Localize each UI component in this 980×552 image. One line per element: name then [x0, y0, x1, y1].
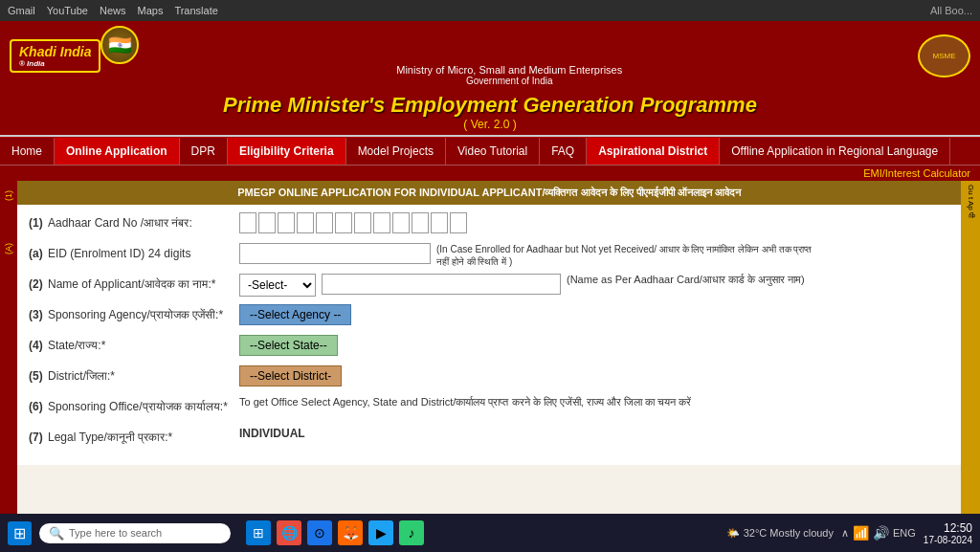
row-num-1: (1)	[29, 212, 48, 230]
aadhaar-box-5[interactable]	[316, 212, 333, 233]
aadhaar-box-1[interactable]	[239, 212, 256, 233]
form-main: PMEGP ONLINE APPLICATION FOR INDIVIDUAL …	[17, 181, 961, 514]
row-num-5: (5)	[29, 365, 48, 383]
start-button[interactable]: ⊞	[8, 521, 32, 545]
site-title-bar: Prime Minister's Employment Generation P…	[0, 91, 980, 137]
site-wrapper: Khadi India ® India 🇮🇳 Ministry of Micro…	[0, 21, 980, 514]
district-row: (5) District/जिला:* --Select District-	[29, 365, 949, 390]
taskbar: ⊞ 🔍 Type here to search ⊞ 🌐 ⊙ 🦊 ▶ ♪ 🌤️ 3…	[0, 514, 980, 552]
nav-offline-application[interactable]: Offline Application in Regional Language	[720, 138, 950, 165]
agency-row: (3) Sponsoring Agency/प्रायोजक एजेंसी:* …	[29, 304, 949, 329]
aadhaar-box-8[interactable]	[373, 212, 390, 233]
right-panel: Gu t Ap पी	[961, 181, 980, 514]
ministry-line2: Government of India	[100, 76, 918, 86]
right-text-3: Ap	[967, 201, 975, 210]
clock-date: 17-08-2024	[924, 535, 972, 545]
weather-info: 🌤️ 32°C Mostly cloudy	[726, 527, 834, 540]
eid-label: EID (Enrolment ID) 24 digits	[48, 243, 239, 260]
form-title: PMEGP ONLINE APPLICATION FOR INDIVIDUAL …	[17, 181, 961, 205]
office-label: Sponsoring Office/प्रायोजक कार्यालय:*	[48, 396, 239, 413]
system-tray: ∧ 📶 🔊 ENG	[841, 525, 916, 541]
name-select[interactable]: -Select-	[239, 274, 316, 297]
aadhaar-box-9[interactable]	[392, 212, 410, 233]
aadhaar-box-2[interactable]	[258, 212, 276, 233]
taskbar-edge-icon[interactable]: 🌐	[277, 520, 301, 545]
legal-row: (7) Legal Type/कानूनी प्रकार:* INDIVIDUA…	[29, 427, 949, 452]
ministry-line1: Ministry of Micro, Small and Medium Ente…	[100, 64, 918, 76]
state-control: --Select State--	[239, 335, 949, 356]
form-area: (1) (A) PMEGP ONLINE APPLICATION FOR IND…	[0, 181, 980, 514]
site-header: Khadi India ® India 🇮🇳 Ministry of Micro…	[0, 21, 980, 91]
name-control: -Select- (Name as Per Aadhaar Card/आधार …	[239, 274, 949, 297]
form-content: (1) Aadhaar Card No /आधार नंबर:	[17, 205, 961, 465]
office-control: To get Office Select Agency, State and D…	[239, 396, 949, 408]
browser-tab-maps[interactable]: Maps	[137, 5, 163, 16]
taskbar-search-box[interactable]: 🔍 Type here to search	[39, 523, 231, 543]
aadhaar-box-11[interactable]	[431, 212, 448, 233]
row-num-7: (7)	[29, 427, 48, 444]
emi-bar[interactable]: EMI/Interest Calculator	[0, 165, 980, 181]
nav-faq[interactable]: FAQ	[540, 138, 587, 165]
taskbar-windows-icon[interactable]: ⊞	[246, 520, 271, 545]
browser-tab-news[interactable]: News	[100, 5, 126, 16]
all-bookmarks[interactable]: All Boo...	[930, 5, 972, 16]
taskbar-right: 🌤️ 32°C Mostly cloudy ∧ 📶 🔊 ENG 12:50 17…	[726, 521, 972, 545]
nav-eligibility[interactable]: Eligibility Criteria	[228, 138, 346, 165]
network-icon: 📶	[853, 525, 869, 541]
row-num-2: (2)	[29, 274, 48, 291]
nav-aspirational-district[interactable]: Aspirational District	[587, 138, 720, 165]
agency-control: --Select Agency --	[239, 304, 949, 325]
right-text-4: पी	[966, 212, 975, 218]
nav-online-application[interactable]: Online Application	[55, 138, 180, 165]
browser-tab-youtube[interactable]: YouTube	[47, 5, 88, 16]
clock-time: 12:50	[924, 521, 972, 535]
office-row: (6) Sponsoring Office/प्रायोजक कार्यालय:…	[29, 396, 949, 421]
header-center: 🇮🇳 Ministry of Micro, Small and Medium E…	[100, 26, 918, 86]
side-label-1: (1)	[4, 190, 13, 201]
taskbar-firefox-icon[interactable]: 🦊	[338, 520, 363, 545]
name-label: Name of Applicant/आवेदक का नाम:*	[48, 274, 239, 291]
browser-bar: Gmail YouTube News Maps Translate All Bo…	[0, 0, 980, 21]
state-row: (4) State/राज्य:* --Select State--	[29, 335, 949, 360]
aadhaar-box-4[interactable]	[297, 212, 314, 233]
nav-dpr[interactable]: DPR	[180, 138, 228, 165]
volume-icon: 🔊	[873, 525, 889, 541]
name-row: (2) Name of Applicant/आवेदक का नाम:* -Se…	[29, 274, 949, 298]
right-logo: MSME	[918, 34, 970, 77]
browser-tab-gmail[interactable]: Gmail	[8, 5, 35, 16]
aadhaar-box-10[interactable]	[412, 212, 429, 233]
select-agency-button[interactable]: --Select Agency --	[239, 304, 351, 325]
aadhaar-box-7[interactable]	[354, 212, 371, 233]
aadhaar-box-6[interactable]	[335, 212, 352, 233]
aadhaar-box-3[interactable]	[278, 212, 295, 233]
nav-video-tutorial[interactable]: Video Tutorial	[446, 138, 540, 165]
eid-input[interactable]	[239, 243, 431, 264]
aadhaar-box-12[interactable]	[450, 212, 467, 233]
taskbar-app-icons: ⊞ 🌐 ⊙ 🦊 ▶ ♪	[246, 520, 424, 545]
aadhaar-label: Aadhaar Card No /आधार नंबर:	[48, 212, 239, 230]
taskbar-spotify-icon[interactable]: ♪	[399, 520, 424, 545]
aadhaar-boxes	[239, 212, 467, 233]
district-label: District/जिला:*	[48, 365, 239, 383]
weather-text: 32°C Mostly cloudy	[744, 527, 834, 539]
nav-model-projects[interactable]: Model Projects	[346, 138, 446, 165]
site-title: Prime Minister's Employment Generation P…	[0, 93, 980, 118]
site-version: ( Ver. 2.0 )	[0, 118, 980, 131]
aadhaar-control	[239, 212, 949, 233]
select-state-button[interactable]: --Select State--	[239, 335, 338, 356]
legal-value: INDIVIDUAL	[239, 427, 305, 440]
nav-home[interactable]: Home	[0, 138, 55, 165]
right-text-2: t	[967, 197, 975, 199]
khadi-logo: Khadi India ® India	[10, 39, 100, 73]
side-label-a: (A)	[4, 243, 13, 254]
name-note: (Name as Per Aadhaar Card/आधार कार्ड के …	[567, 274, 805, 286]
select-district-button[interactable]: --Select District-	[239, 365, 342, 386]
district-control: --Select District-	[239, 365, 949, 386]
right-text-1: Gu	[967, 185, 975, 195]
browser-tab-translate[interactable]: Translate	[174, 5, 217, 16]
taskbar-youtube-icon[interactable]: ▶	[368, 520, 393, 545]
taskbar-chrome-icon[interactable]: ⊙	[307, 520, 332, 545]
name-input[interactable]	[322, 274, 561, 295]
emblem: 🇮🇳	[100, 26, 139, 64]
state-label: State/राज्य:*	[48, 335, 239, 352]
